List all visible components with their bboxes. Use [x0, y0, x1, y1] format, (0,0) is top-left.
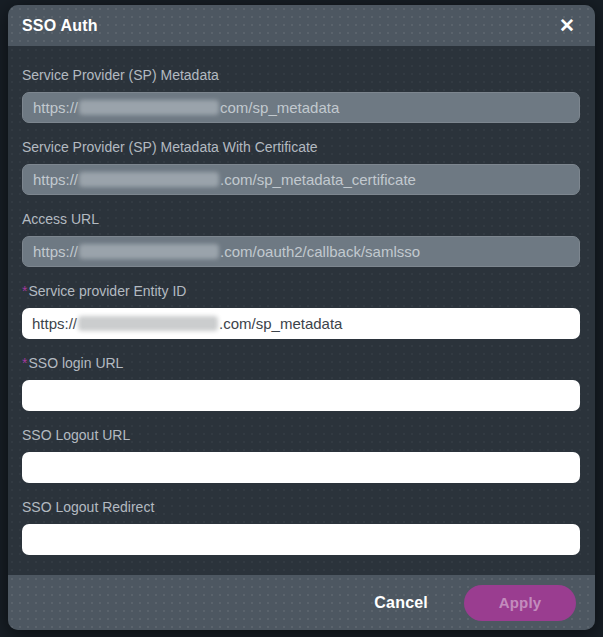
- url-suffix: .com/sp_metadata_certificate: [220, 171, 416, 188]
- entity-id-input[interactable]: https:// .com/sp_metadata: [22, 308, 580, 339]
- redacted-domain: [79, 172, 219, 187]
- field-label: *SSO login URL: [22, 354, 580, 372]
- redacted-domain: [79, 244, 219, 259]
- field-sso-logout-url: SSO Logout URL: [22, 426, 580, 483]
- modal-header: SSO Auth ✕: [8, 5, 595, 46]
- sso-logout-redirect-input[interactable]: [22, 524, 580, 555]
- url-prefix: https://: [33, 99, 78, 116]
- field-sso-login-url: *SSO login URL: [22, 354, 580, 411]
- redacted-domain: [78, 316, 218, 331]
- modal-body: Service Provider (SP) Metadata https:// …: [8, 46, 595, 575]
- modal-footer: Cancel Apply: [8, 575, 595, 630]
- url-prefix: https://: [32, 315, 77, 332]
- sso-login-url-input[interactable]: [22, 380, 580, 411]
- field-sp-metadata-cert: Service Provider (SP) Metadata With Cert…: [22, 138, 580, 195]
- url-suffix: .com/sp_metadata: [219, 315, 342, 332]
- field-sp-metadata: Service Provider (SP) Metadata https:// …: [22, 66, 580, 123]
- sp-metadata-cert-input: https:// .com/sp_metadata_certificate: [22, 164, 580, 195]
- sso-logout-url-input[interactable]: [22, 452, 580, 483]
- url-suffix: com/sp_metadata: [220, 99, 339, 116]
- field-label: *Service provider Entity ID: [22, 282, 580, 300]
- field-sso-logout-redirect: SSO Logout Redirect: [22, 498, 580, 555]
- field-entity-id: *Service provider Entity ID https:// .co…: [22, 282, 580, 339]
- sso-auth-modal: SSO Auth ✕ Service Provider (SP) Metadat…: [8, 5, 595, 630]
- sp-metadata-input: https:// com/sp_metadata: [22, 92, 580, 123]
- field-label: Service Provider (SP) Metadata: [22, 66, 580, 84]
- field-label: Access URL: [22, 210, 580, 228]
- url-suffix: .com/oauth2/callback/samlsso: [220, 243, 420, 260]
- field-access-url: Access URL https:// .com/oauth2/callback…: [22, 210, 580, 267]
- redacted-domain: [79, 100, 219, 115]
- apply-button[interactable]: Apply: [464, 585, 576, 621]
- required-asterisk: *: [22, 355, 27, 371]
- modal-title: SSO Auth: [22, 17, 98, 35]
- access-url-input: https:// .com/oauth2/callback/samlsso: [22, 236, 580, 267]
- required-asterisk: *: [22, 283, 27, 299]
- close-icon[interactable]: ✕: [555, 14, 579, 37]
- field-label: SSO Logout Redirect: [22, 498, 580, 516]
- field-label: SSO Logout URL: [22, 426, 580, 444]
- cancel-button[interactable]: Cancel: [374, 594, 428, 612]
- url-prefix: https://: [33, 243, 78, 260]
- field-label: Service Provider (SP) Metadata With Cert…: [22, 138, 580, 156]
- url-prefix: https://: [33, 171, 78, 188]
